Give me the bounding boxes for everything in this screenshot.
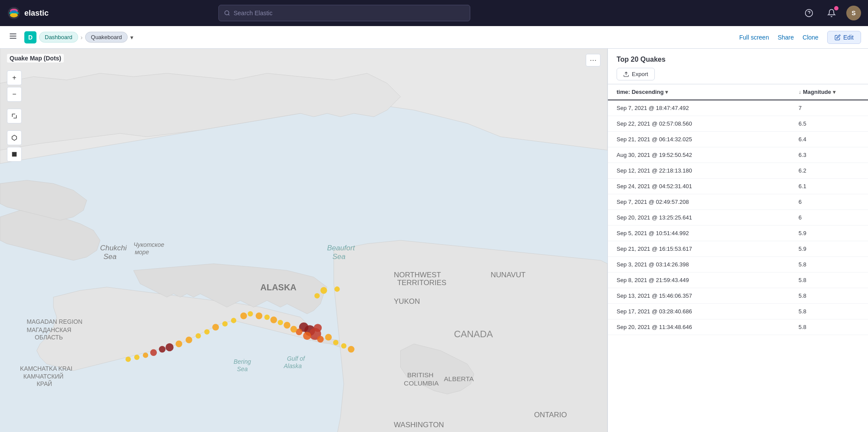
- table-row[interactable]: Sep 3, 2021 @ 03:14:26.398 5.8: [608, 257, 868, 272]
- svg-point-66: [134, 355, 139, 360]
- row-magnitude: 6.5: [799, 120, 859, 127]
- svg-text:Chukchi: Chukchi: [100, 244, 127, 252]
- polygon-icon: [11, 134, 18, 141]
- map-options-btn[interactable]: ⋯: [586, 54, 601, 66]
- export-label: Export: [632, 71, 648, 77]
- svg-text:Чукотское: Чукотское: [133, 241, 164, 248]
- export-btn[interactable]: Export: [617, 68, 655, 80]
- notifications-btn[interactable]: [824, 5, 839, 21]
- svg-point-73: [314, 324, 322, 332]
- map-controls: + −: [7, 70, 22, 162]
- row-magnitude: 6.2: [799, 167, 859, 174]
- row-time: Sep 20, 2021 @ 13:25:25.641: [617, 214, 799, 221]
- svg-point-68: [317, 336, 323, 342]
- svg-point-76: [334, 286, 340, 292]
- svg-text:ONTARIO: ONTARIO: [534, 411, 567, 419]
- svg-point-4: [11, 10, 17, 13]
- svg-text:CANADA: CANADA: [454, 329, 493, 339]
- map-title: Quake Map (Dots): [7, 54, 64, 63]
- time-sort-chevron[interactable]: ▾: [665, 89, 668, 95]
- row-magnitude: 5.8: [799, 308, 859, 315]
- svg-point-47: [290, 326, 297, 332]
- map-panel: Quake Map (Dots) ⋯ + −: [0, 49, 607, 432]
- table-row[interactable]: Sep 22, 2021 @ 02:57:08.560 6.5: [608, 116, 868, 132]
- table-row[interactable]: Sep 20, 2021 @ 13:25:25.641 6: [608, 210, 868, 226]
- hamburger-menu-btn[interactable]: [7, 30, 19, 44]
- table-title: Top 20 Quakes: [617, 56, 859, 63]
- edit-btn[interactable]: Edit: [827, 31, 861, 44]
- table-row[interactable]: Sep 12, 2021 @ 22:18:13.180 6.2: [608, 163, 868, 179]
- search-input[interactable]: [234, 10, 465, 17]
- row-time: Sep 12, 2021 @ 22:18:13.180: [617, 167, 799, 174]
- svg-rect-11: [12, 152, 17, 157]
- table-row[interactable]: Sep 8, 2021 @ 21:59:43.449 5.8: [608, 272, 868, 288]
- svg-text:NORTHWEST: NORTHWEST: [394, 271, 441, 279]
- table-row[interactable]: Sep 21, 2021 @ 16:15:53.617 5.9: [608, 241, 868, 257]
- polygon-tool-btn[interactable]: [7, 130, 22, 145]
- search-bar-wrapper: [218, 5, 470, 21]
- magnitude-col-header[interactable]: ↓ Magnitude ▾: [799, 89, 859, 95]
- elastic-logo-icon: [7, 6, 21, 20]
- row-magnitude: 5.8: [799, 292, 859, 299]
- svg-text:Sea: Sea: [333, 253, 346, 261]
- row-magnitude: 5.8: [799, 261, 859, 268]
- user-avatar[interactable]: S: [846, 6, 861, 20]
- svg-text:Bering: Bering: [234, 358, 251, 365]
- svg-point-57: [212, 324, 219, 330]
- row-magnitude: 6: [799, 214, 859, 221]
- table-row[interactable]: Sep 7, 2021 @ 02:49:57.208 6: [608, 194, 868, 210]
- share-btn[interactable]: Share: [778, 34, 794, 41]
- svg-text:ALASKA: ALASKA: [261, 282, 297, 292]
- fullscreen-btn[interactable]: Full screen: [739, 34, 769, 41]
- svg-point-51: [264, 315, 270, 320]
- svg-point-71: [341, 343, 347, 349]
- edit-icon: [835, 34, 841, 40]
- table-row[interactable]: Sep 13, 2021 @ 15:46:06.357 5.8: [608, 288, 868, 304]
- svg-point-65: [143, 352, 148, 358]
- table-panel: Top 20 Quakes Export time: Descending ▾ …: [607, 49, 868, 432]
- select-tool-btn[interactable]: [7, 109, 22, 123]
- svg-point-60: [185, 336, 192, 343]
- nav-right-actions: Full screen Share Clone Edit: [739, 31, 861, 44]
- breadcrumb-chevron-btn[interactable]: ▾: [130, 34, 133, 41]
- row-magnitude: 6.3: [799, 152, 859, 158]
- row-magnitude: 5.8: [799, 277, 859, 283]
- svg-text:Gulf of: Gulf of: [287, 355, 306, 362]
- rectangle-tool-btn[interactable]: [7, 147, 22, 162]
- magnitude-sort-chevron[interactable]: ▾: [833, 89, 835, 95]
- svg-point-64: [150, 349, 157, 356]
- table-row[interactable]: Sep 17, 2021 @ 03:28:40.686 5.8: [608, 304, 868, 319]
- table-row[interactable]: Aug 30, 2021 @ 19:52:50.542 6.3: [608, 147, 868, 163]
- time-col-header[interactable]: time: Descending ▾: [617, 89, 799, 95]
- svg-point-69: [325, 334, 332, 340]
- svg-point-74: [320, 287, 327, 294]
- clone-btn[interactable]: Clone: [802, 34, 818, 41]
- svg-point-53: [248, 311, 253, 316]
- elastic-logo[interactable]: elastic: [7, 6, 50, 20]
- svg-point-49: [278, 320, 283, 325]
- svg-text:Sea: Sea: [103, 253, 116, 261]
- svg-point-55: [231, 318, 236, 323]
- table-row[interactable]: Sep 21, 2021 @ 06:14:32.025 6.4: [608, 132, 868, 147]
- breadcrumb-dashboard-link[interactable]: Dashboard: [39, 32, 78, 43]
- table-row[interactable]: Sep 24, 2021 @ 04:52:31.401 6.1: [608, 179, 868, 194]
- svg-text:море: море: [135, 249, 149, 256]
- row-magnitude: 5.9: [799, 246, 859, 252]
- table-row[interactable]: Sep 5, 2021 @ 10:51:44.992 5.9: [608, 226, 868, 241]
- help-icon-btn[interactable]: [801, 5, 817, 21]
- row-time: Sep 22, 2021 @ 02:57:08.560: [617, 120, 799, 127]
- table-row[interactable]: Sep 20, 2021 @ 11:34:48.646 5.8: [608, 319, 868, 335]
- svg-point-75: [314, 293, 320, 298]
- svg-text:KAMCHATKA KRAI: KAMCHATKA KRAI: [20, 365, 72, 372]
- search-bar[interactable]: [218, 5, 470, 21]
- svg-marker-10: [12, 135, 17, 140]
- svg-text:КРАЙ: КРАЙ: [37, 380, 53, 387]
- zoom-out-btn[interactable]: −: [7, 87, 22, 102]
- svg-text:ALBERTA: ALBERTA: [444, 375, 474, 382]
- row-time: Sep 24, 2021 @ 04:52:31.401: [617, 183, 799, 189]
- zoom-in-btn[interactable]: +: [7, 70, 22, 85]
- rectangle-icon: [11, 151, 17, 157]
- table-row[interactable]: Sep 7, 2021 @ 18:47:47.492 7: [608, 100, 868, 116]
- svg-text:COLUMBIA: COLUMBIA: [404, 379, 439, 387]
- svg-text:Beaufort: Beaufort: [327, 244, 355, 252]
